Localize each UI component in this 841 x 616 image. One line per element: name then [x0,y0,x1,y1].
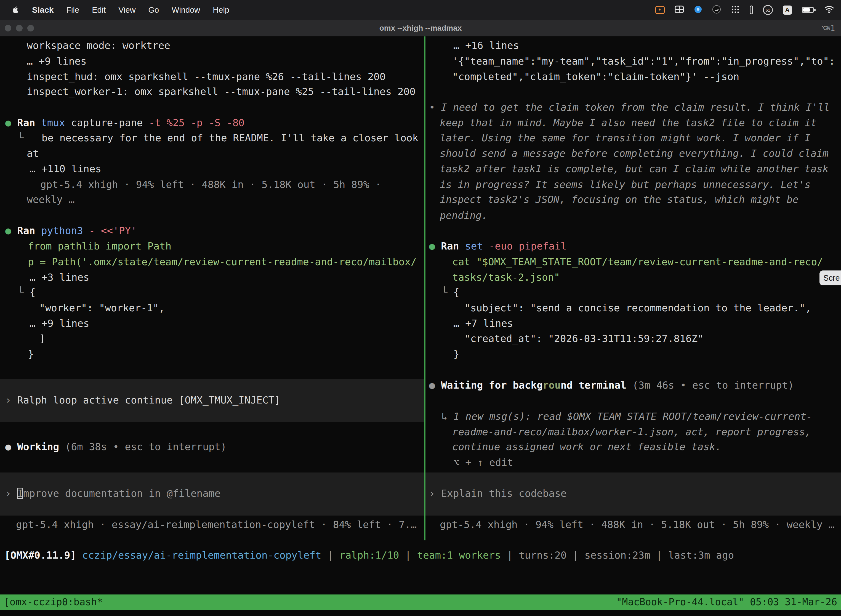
screen-edge-notification[interactable]: Scre [819,270,841,285]
text-segment: | [501,550,519,561]
dark-app-icon[interactable] [712,5,721,15]
menu-view[interactable]: View [119,6,135,15]
menu-help[interactable]: Help [213,6,229,15]
menu-window[interactable]: Window [171,6,200,15]
menu-bar: Slack File Edit View Go Window Help 61 [0,0,841,20]
text-segment: session:23m [585,550,650,561]
dots-grid-icon[interactable] [731,5,740,15]
text-segment: | [567,550,585,561]
tmux-host-clock: "MacBook-Pro-44.local" 05:03 31-Mar-26 [616,594,837,610]
blue-app-icon[interactable] [694,5,702,15]
key-icon[interactable] [750,6,753,14]
menu-edit[interactable]: Edit [92,6,105,15]
terminal-line: [OMX#0.11.9] cczip/essay/ai-reimplementa… [4,547,734,563]
text-segment: [OMX#0.11.9] [4,550,82,561]
input-source-icon[interactable]: A [783,6,792,15]
menu-go[interactable]: Go [148,6,159,15]
battery-fill [803,8,810,12]
battery-percent-ring[interactable]: 61 [763,5,773,15]
tmux-session-label: [omx-cczip0:bash* [4,594,103,610]
text-segment: team:1 workers [417,550,501,561]
apple-menu-icon[interactable] [12,6,19,14]
menu-bar-status-icons: 61 A [655,5,841,15]
text-segment: last:3m ago [668,550,734,561]
window-title: omx --xhigh --madmax [0,20,841,36]
terminal: workspace_mode: worktree… +9 linesinspec… [0,37,841,616]
omx-status-line: [OMX#0.11.9] cczip/essay/ai-reimplementa… [0,37,841,594]
text-segment: | [321,550,339,561]
window-grid-icon[interactable] [675,6,684,14]
wifi-icon[interactable] [824,5,834,15]
battery-icon[interactable] [802,7,814,13]
text-segment: turns:20 [519,550,567,561]
tmux-status-bar: [omx-cczip0:bash* "MacBook-Pro-44.local"… [0,594,841,610]
screen-recording-icon[interactable] [655,6,665,14]
app-menu-slack[interactable]: Slack [32,5,54,15]
text-segment: | [399,550,417,561]
text-segment: cczip/essay/ai-reimplementation-copyleft [82,550,321,561]
menu-bar-left: Slack File Edit View Go Window Help [0,5,229,15]
screen: Slack File Edit View Go Window Help 61 [0,0,841,616]
window-title-bar[interactable]: omx --xhigh --madmax ⌥⌘1 [0,20,841,37]
text-segment: ralph:1/10 [339,550,399,561]
menu-file[interactable]: File [66,6,79,15]
text-segment: | [651,550,668,561]
window-shortcut-hint: ⌥⌘1 [821,20,835,36]
